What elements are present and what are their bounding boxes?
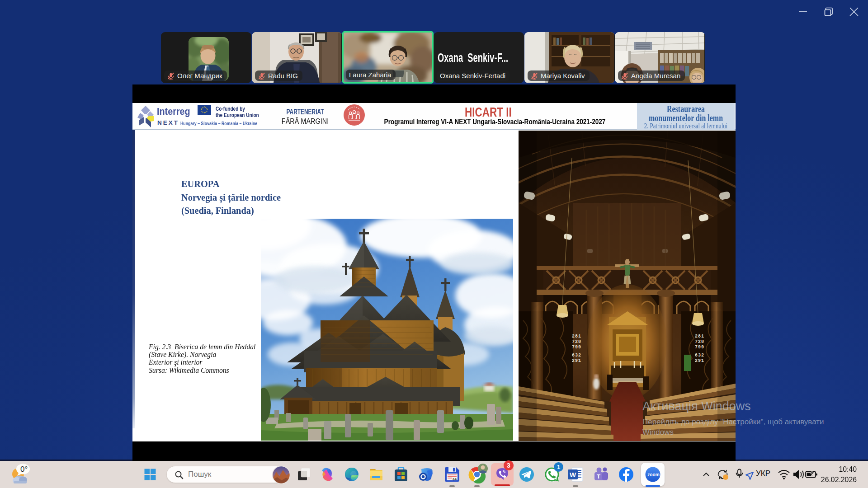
svg-text:T: T (597, 473, 600, 480)
svg-text:64: 64 (453, 478, 457, 481)
svg-text:W: W (570, 471, 576, 479)
svg-text:zoom: zoom (647, 472, 660, 477)
svg-text:0°: 0° (20, 465, 28, 474)
